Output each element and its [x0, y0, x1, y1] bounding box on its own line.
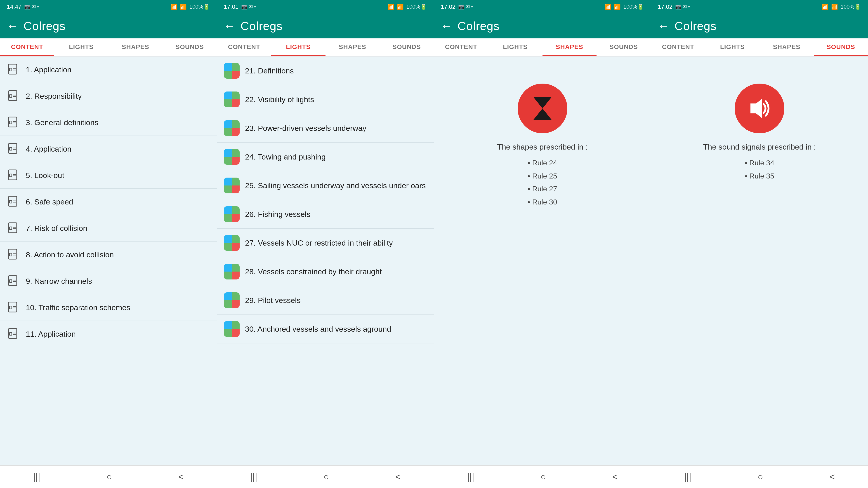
- doc-icon: [7, 301, 20, 314]
- lights-icon: [224, 206, 240, 222]
- list-item[interactable]: 5. Look-out: [0, 162, 217, 189]
- list-item[interactable]: 23. Power-driven vessels underway: [217, 114, 434, 142]
- tab-shapes-1[interactable]: SHAPES: [108, 38, 163, 56]
- tab-bar-3: CONTENT LIGHTS SHAPES SOUNDS: [434, 38, 651, 57]
- home-btn-4[interactable]: ○: [749, 469, 772, 484]
- top-bar-3: ← Colregs: [434, 13, 651, 38]
- shapes-rule-24: • Rule 24: [497, 157, 588, 170]
- tab-lights-4[interactable]: LIGHTS: [705, 38, 760, 56]
- tab-content-2[interactable]: CONTENT: [217, 38, 271, 56]
- list-item[interactable]: 21. Definitions: [217, 57, 434, 85]
- menu-btn-2[interactable]: |||: [241, 469, 266, 484]
- tab-shapes-4[interactable]: SHAPES: [760, 38, 814, 56]
- time-4: 17:02: [658, 3, 673, 10]
- bottom-nav-4: ||| ○ <: [651, 465, 868, 488]
- tab-content-3[interactable]: CONTENT: [434, 38, 488, 56]
- list-item[interactable]: 9. Narrow channels: [0, 268, 217, 294]
- back-btn-3[interactable]: <: [603, 469, 627, 484]
- svg-rect-41: [9, 332, 12, 335]
- tab-sounds-3[interactable]: SOUNDS: [596, 38, 651, 56]
- tab-sounds-4[interactable]: SOUNDS: [814, 38, 868, 56]
- svg-rect-17: [9, 174, 12, 177]
- list-item[interactable]: 26. Fishing vessels: [217, 200, 434, 229]
- item-label: 9. Narrow channels: [26, 276, 92, 286]
- notification-icons-1: 📷 ✉ •: [24, 4, 39, 10]
- lights-icon: [224, 321, 240, 337]
- item-label: 23. Power-driven vessels underway: [245, 123, 366, 133]
- back-button-1[interactable]: ←: [7, 20, 18, 33]
- lights-icon: [224, 264, 240, 280]
- doc-icon: [7, 195, 20, 208]
- item-label: 27. Vessels NUC or restricted in their a…: [245, 238, 393, 248]
- menu-btn-1[interactable]: |||: [24, 469, 49, 484]
- list-item[interactable]: 27. Vessels NUC or restricted in their a…: [217, 229, 434, 257]
- list-item[interactable]: 7. Risk of collision: [0, 215, 217, 241]
- item-label: 3. General definitions: [26, 118, 98, 127]
- tab-lights-3[interactable]: LIGHTS: [488, 38, 542, 56]
- list-item[interactable]: 30. Anchored vessels and vessels aground: [217, 315, 434, 344]
- panel-sounds: 17:02 📷 ✉ • 📶 📶 100%🔋 ← Colregs CONTENT …: [651, 0, 868, 488]
- back-button-4[interactable]: ←: [658, 20, 669, 33]
- back-button-3[interactable]: ←: [441, 20, 452, 33]
- tab-bar-2: CONTENT LIGHTS SHAPES SOUNDS: [217, 38, 434, 57]
- list-item[interactable]: 25. Sailing vessels underway and vessels…: [217, 171, 434, 200]
- status-icons-2: 📶 📶 100%🔋: [388, 4, 427, 10]
- menu-btn-4[interactable]: |||: [675, 469, 700, 484]
- lights-icon: [224, 149, 240, 165]
- list-item[interactable]: 6. Safe speed: [0, 189, 217, 215]
- doc-icon: [7, 63, 20, 76]
- back-btn-4[interactable]: <: [820, 469, 844, 484]
- status-icons-1: 📶 📶 100%🔋: [170, 4, 210, 10]
- tab-sounds-2[interactable]: SOUNDS: [379, 38, 434, 56]
- svg-rect-29: [9, 253, 12, 256]
- list-item[interactable]: 3. General definitions: [0, 109, 217, 136]
- list-item[interactable]: 4. Application: [0, 136, 217, 162]
- tab-lights-1[interactable]: LIGHTS: [54, 38, 108, 56]
- home-btn-1[interactable]: ○: [97, 469, 121, 484]
- list-item[interactable]: 29. Pilot vessels: [217, 286, 434, 315]
- lights-icon: [224, 177, 240, 193]
- svg-rect-25: [9, 227, 12, 230]
- item-label: 22. Visibility of lights: [245, 94, 314, 104]
- list-item[interactable]: 2. Responsibility: [0, 83, 217, 109]
- app-title-4: Colregs: [675, 19, 717, 33]
- shapes-description: The shapes prescribed in : • Rule 24 • R…: [497, 140, 588, 209]
- back-btn-1[interactable]: <: [169, 469, 193, 484]
- status-icons-4: 📶 📶 100%🔋: [822, 4, 861, 10]
- list-item[interactable]: 22. Visibility of lights: [217, 85, 434, 114]
- svg-marker-46: [750, 99, 762, 118]
- home-btn-2[interactable]: ○: [314, 469, 338, 484]
- doc-icon: [7, 274, 20, 288]
- status-time-1: 14:47 📷 ✉ •: [7, 3, 39, 10]
- sounds-icon-circle[interactable]: [735, 84, 784, 133]
- back-btn-2[interactable]: <: [386, 469, 410, 484]
- tab-sounds-1[interactable]: SOUNDS: [162, 38, 217, 56]
- menu-btn-3[interactable]: |||: [458, 469, 483, 484]
- tab-shapes-3[interactable]: SHAPES: [542, 38, 597, 56]
- list-item[interactable]: 11. Application: [0, 321, 217, 347]
- svg-rect-5: [9, 95, 12, 97]
- lights-icon: [224, 63, 240, 78]
- list-item[interactable]: 28. Vessels constrained by their draught: [217, 257, 434, 286]
- top-bar-2: ← Colregs: [217, 13, 434, 38]
- list-item[interactable]: 10. Traffic separation schemes: [0, 294, 217, 321]
- back-button-2[interactable]: ←: [224, 20, 235, 33]
- shapes-center-3: The shapes prescribed in : • Rule 24 • R…: [434, 57, 651, 209]
- lights-icon: [224, 120, 240, 136]
- svg-marker-45: [533, 108, 552, 120]
- list-item[interactable]: 1. Application: [0, 57, 217, 83]
- tab-content-1[interactable]: CONTENT: [0, 38, 54, 56]
- tab-lights-2[interactable]: LIGHTS: [271, 38, 326, 56]
- doc-icon: [7, 327, 20, 341]
- tab-shapes-2[interactable]: SHAPES: [326, 38, 380, 56]
- time-1: 14:47: [7, 3, 22, 10]
- wifi-icon-4: 📶: [822, 4, 829, 10]
- status-icons-3: 📶 📶 100%🔋: [604, 4, 644, 10]
- item-label: 29. Pilot vessels: [245, 295, 301, 305]
- time-2: 17:01: [224, 3, 239, 10]
- tab-content-4[interactable]: CONTENT: [651, 38, 705, 56]
- shapes-icon-circle[interactable]: [518, 84, 567, 133]
- list-item[interactable]: 8. Action to avoid collision: [0, 241, 217, 268]
- home-btn-3[interactable]: ○: [531, 469, 555, 484]
- list-item[interactable]: 24. Towing and pushing: [217, 142, 434, 171]
